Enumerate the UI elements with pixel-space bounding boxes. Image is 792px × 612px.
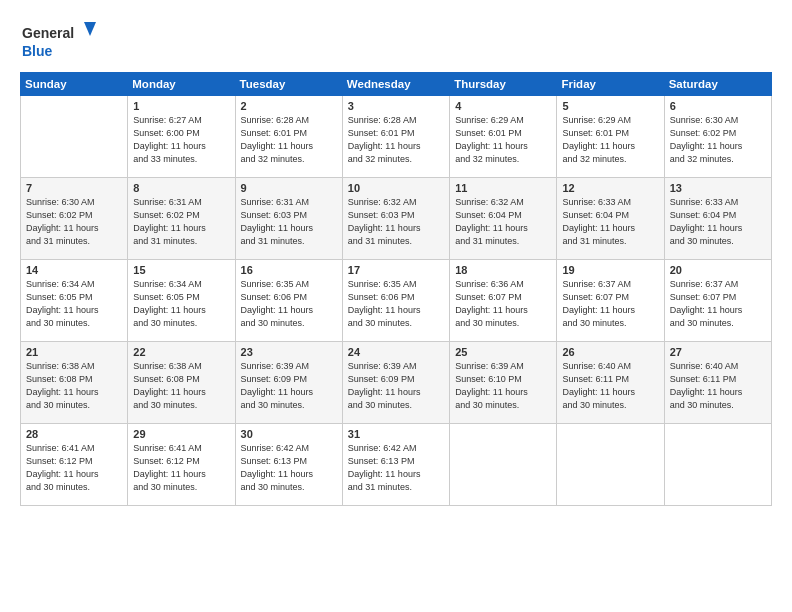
table-cell: 13Sunrise: 6:33 AMSunset: 6:04 PMDayligh…	[664, 178, 771, 260]
table-cell: 6Sunrise: 6:30 AMSunset: 6:02 PMDaylight…	[664, 96, 771, 178]
cell-info: Sunrise: 6:39 AMSunset: 6:09 PMDaylight:…	[241, 361, 314, 410]
cell-info: Sunrise: 6:32 AMSunset: 6:03 PMDaylight:…	[348, 197, 421, 246]
day-number: 16	[241, 264, 337, 276]
cell-info: Sunrise: 6:33 AMSunset: 6:04 PMDaylight:…	[670, 197, 743, 246]
cell-info: Sunrise: 6:33 AMSunset: 6:04 PMDaylight:…	[562, 197, 635, 246]
day-number: 24	[348, 346, 444, 358]
table-cell: 11Sunrise: 6:32 AMSunset: 6:04 PMDayligh…	[450, 178, 557, 260]
cell-info: Sunrise: 6:35 AMSunset: 6:06 PMDaylight:…	[241, 279, 314, 328]
table-cell: 8Sunrise: 6:31 AMSunset: 6:02 PMDaylight…	[128, 178, 235, 260]
table-cell: 20Sunrise: 6:37 AMSunset: 6:07 PMDayligh…	[664, 260, 771, 342]
logo: General Blue	[20, 18, 100, 62]
day-number: 23	[241, 346, 337, 358]
table-cell: 9Sunrise: 6:31 AMSunset: 6:03 PMDaylight…	[235, 178, 342, 260]
table-cell: 31Sunrise: 6:42 AMSunset: 6:13 PMDayligh…	[342, 424, 449, 506]
table-cell: 14Sunrise: 6:34 AMSunset: 6:05 PMDayligh…	[21, 260, 128, 342]
cell-info: Sunrise: 6:34 AMSunset: 6:05 PMDaylight:…	[26, 279, 99, 328]
cell-info: Sunrise: 6:42 AMSunset: 6:13 PMDaylight:…	[348, 443, 421, 492]
table-cell: 10Sunrise: 6:32 AMSunset: 6:03 PMDayligh…	[342, 178, 449, 260]
cell-info: Sunrise: 6:35 AMSunset: 6:06 PMDaylight:…	[348, 279, 421, 328]
day-number: 1	[133, 100, 229, 112]
cell-info: Sunrise: 6:29 AMSunset: 6:01 PMDaylight:…	[562, 115, 635, 164]
day-number: 5	[562, 100, 658, 112]
cell-info: Sunrise: 6:36 AMSunset: 6:07 PMDaylight:…	[455, 279, 528, 328]
table-row: 7Sunrise: 6:30 AMSunset: 6:02 PMDaylight…	[21, 178, 772, 260]
day-number: 28	[26, 428, 122, 440]
day-number: 11	[455, 182, 551, 194]
col-saturday: Saturday	[664, 73, 771, 96]
table-row: 14Sunrise: 6:34 AMSunset: 6:05 PMDayligh…	[21, 260, 772, 342]
header-row: Sunday Monday Tuesday Wednesday Thursday…	[21, 73, 772, 96]
col-thursday: Thursday	[450, 73, 557, 96]
cell-info: Sunrise: 6:30 AMSunset: 6:02 PMDaylight:…	[670, 115, 743, 164]
day-number: 14	[26, 264, 122, 276]
cell-info: Sunrise: 6:40 AMSunset: 6:11 PMDaylight:…	[670, 361, 743, 410]
day-number: 17	[348, 264, 444, 276]
table-row: 28Sunrise: 6:41 AMSunset: 6:12 PMDayligh…	[21, 424, 772, 506]
col-sunday: Sunday	[21, 73, 128, 96]
header: General Blue	[20, 18, 772, 62]
logo-icon: General Blue	[20, 18, 100, 62]
table-cell: 2Sunrise: 6:28 AMSunset: 6:01 PMDaylight…	[235, 96, 342, 178]
table-cell: 16Sunrise: 6:35 AMSunset: 6:06 PMDayligh…	[235, 260, 342, 342]
calendar-table: Sunday Monday Tuesday Wednesday Thursday…	[20, 72, 772, 506]
svg-text:General: General	[22, 25, 74, 41]
table-cell: 15Sunrise: 6:34 AMSunset: 6:05 PMDayligh…	[128, 260, 235, 342]
day-number: 22	[133, 346, 229, 358]
cell-info: Sunrise: 6:27 AMSunset: 6:00 PMDaylight:…	[133, 115, 206, 164]
table-cell: 23Sunrise: 6:39 AMSunset: 6:09 PMDayligh…	[235, 342, 342, 424]
day-number: 8	[133, 182, 229, 194]
table-cell: 27Sunrise: 6:40 AMSunset: 6:11 PMDayligh…	[664, 342, 771, 424]
col-tuesday: Tuesday	[235, 73, 342, 96]
day-number: 9	[241, 182, 337, 194]
table-cell: 18Sunrise: 6:36 AMSunset: 6:07 PMDayligh…	[450, 260, 557, 342]
table-cell: 29Sunrise: 6:41 AMSunset: 6:12 PMDayligh…	[128, 424, 235, 506]
table-cell: 22Sunrise: 6:38 AMSunset: 6:08 PMDayligh…	[128, 342, 235, 424]
table-cell: 19Sunrise: 6:37 AMSunset: 6:07 PMDayligh…	[557, 260, 664, 342]
day-number: 6	[670, 100, 766, 112]
table-cell	[450, 424, 557, 506]
table-cell: 28Sunrise: 6:41 AMSunset: 6:12 PMDayligh…	[21, 424, 128, 506]
day-number: 12	[562, 182, 658, 194]
table-cell: 24Sunrise: 6:39 AMSunset: 6:09 PMDayligh…	[342, 342, 449, 424]
day-number: 25	[455, 346, 551, 358]
table-cell: 3Sunrise: 6:28 AMSunset: 6:01 PMDaylight…	[342, 96, 449, 178]
table-cell: 12Sunrise: 6:33 AMSunset: 6:04 PMDayligh…	[557, 178, 664, 260]
cell-info: Sunrise: 6:28 AMSunset: 6:01 PMDaylight:…	[241, 115, 314, 164]
day-number: 21	[26, 346, 122, 358]
table-cell: 30Sunrise: 6:42 AMSunset: 6:13 PMDayligh…	[235, 424, 342, 506]
day-number: 4	[455, 100, 551, 112]
table-cell: 4Sunrise: 6:29 AMSunset: 6:01 PMDaylight…	[450, 96, 557, 178]
day-number: 29	[133, 428, 229, 440]
calendar-page: General Blue Sunday Monday Tuesday Wedne…	[0, 0, 792, 612]
day-number: 27	[670, 346, 766, 358]
cell-info: Sunrise: 6:30 AMSunset: 6:02 PMDaylight:…	[26, 197, 99, 246]
cell-info: Sunrise: 6:28 AMSunset: 6:01 PMDaylight:…	[348, 115, 421, 164]
table-cell: 17Sunrise: 6:35 AMSunset: 6:06 PMDayligh…	[342, 260, 449, 342]
day-number: 19	[562, 264, 658, 276]
table-row: 1Sunrise: 6:27 AMSunset: 6:00 PMDaylight…	[21, 96, 772, 178]
col-friday: Friday	[557, 73, 664, 96]
cell-info: Sunrise: 6:31 AMSunset: 6:03 PMDaylight:…	[241, 197, 314, 246]
cell-info: Sunrise: 6:40 AMSunset: 6:11 PMDaylight:…	[562, 361, 635, 410]
day-number: 31	[348, 428, 444, 440]
cell-info: Sunrise: 6:41 AMSunset: 6:12 PMDaylight:…	[26, 443, 99, 492]
day-number: 7	[26, 182, 122, 194]
cell-info: Sunrise: 6:34 AMSunset: 6:05 PMDaylight:…	[133, 279, 206, 328]
table-cell: 21Sunrise: 6:38 AMSunset: 6:08 PMDayligh…	[21, 342, 128, 424]
day-number: 20	[670, 264, 766, 276]
cell-info: Sunrise: 6:42 AMSunset: 6:13 PMDaylight:…	[241, 443, 314, 492]
table-row: 21Sunrise: 6:38 AMSunset: 6:08 PMDayligh…	[21, 342, 772, 424]
cell-info: Sunrise: 6:41 AMSunset: 6:12 PMDaylight:…	[133, 443, 206, 492]
table-cell	[21, 96, 128, 178]
cell-info: Sunrise: 6:37 AMSunset: 6:07 PMDaylight:…	[670, 279, 743, 328]
table-cell	[664, 424, 771, 506]
table-cell: 7Sunrise: 6:30 AMSunset: 6:02 PMDaylight…	[21, 178, 128, 260]
cell-info: Sunrise: 6:32 AMSunset: 6:04 PMDaylight:…	[455, 197, 528, 246]
col-wednesday: Wednesday	[342, 73, 449, 96]
cell-info: Sunrise: 6:38 AMSunset: 6:08 PMDaylight:…	[26, 361, 99, 410]
table-cell: 25Sunrise: 6:39 AMSunset: 6:10 PMDayligh…	[450, 342, 557, 424]
day-number: 26	[562, 346, 658, 358]
day-number: 2	[241, 100, 337, 112]
day-number: 30	[241, 428, 337, 440]
